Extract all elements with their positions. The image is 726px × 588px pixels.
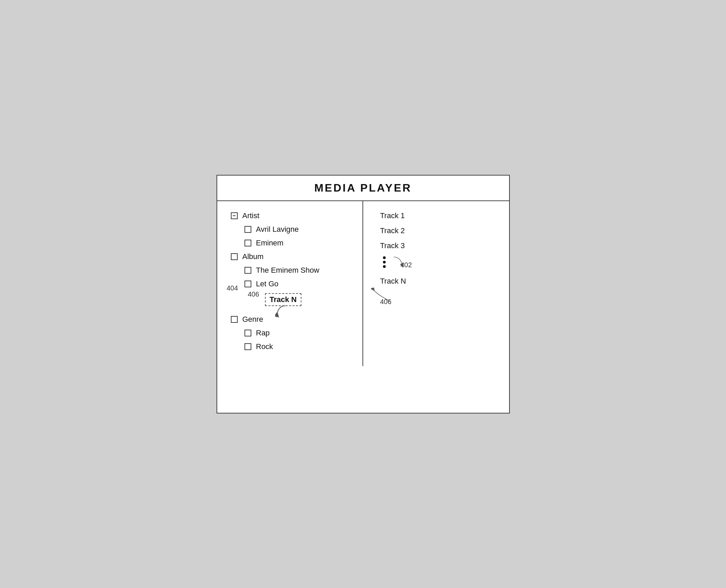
annotation-404: 404 bbox=[227, 284, 238, 292]
eminem-checkbox[interactable] bbox=[245, 240, 251, 246]
left-panel: Artist Avril Lavigne Eminem Album The Em… bbox=[217, 201, 363, 366]
list-item[interactable]: Rap bbox=[245, 329, 352, 337]
album-checkbox[interactable] bbox=[231, 253, 238, 260]
genre-checkbox[interactable] bbox=[231, 316, 238, 323]
list-item[interactable]: The Eminem Show bbox=[245, 266, 352, 275]
right-panel: Track 1 Track 2 Track 3 402 bbox=[363, 201, 509, 366]
media-player-window: MEDIA PLAYER Artist Avril Lavigne Eminem bbox=[217, 175, 510, 413]
artist-checkbox[interactable] bbox=[231, 212, 238, 219]
track-3[interactable]: Track 3 bbox=[380, 241, 499, 250]
rock-label: Rock bbox=[256, 342, 273, 351]
album-label: Album bbox=[242, 252, 264, 261]
avril-checkbox[interactable] bbox=[245, 226, 251, 233]
list-item[interactable]: Rock bbox=[245, 342, 352, 351]
rap-label: Rap bbox=[256, 329, 270, 337]
annotation-402-arrow bbox=[380, 254, 408, 271]
eminem-show-label: The Eminem Show bbox=[256, 266, 320, 275]
artist-label: Artist bbox=[242, 211, 260, 220]
track-1[interactable]: Track 1 bbox=[380, 211, 499, 220]
list-item[interactable]: Eminem bbox=[245, 239, 352, 247]
eminem-label: Eminem bbox=[256, 239, 284, 247]
annotation-406-arrow bbox=[370, 288, 397, 305]
rock-checkbox[interactable] bbox=[245, 343, 251, 350]
track-n-left-label: Track N bbox=[270, 295, 297, 304]
track-n-right-label: Track N bbox=[380, 277, 406, 285]
eminem-show-checkbox[interactable] bbox=[245, 267, 251, 274]
list-item[interactable]: Artist bbox=[231, 211, 352, 220]
track-2[interactable]: Track 2 bbox=[380, 226, 499, 235]
list-item[interactable]: Genre bbox=[231, 315, 352, 324]
track-n-right[interactable]: Track N bbox=[380, 277, 406, 286]
genre-label: Genre bbox=[242, 315, 263, 324]
letgo-checkbox[interactable] bbox=[245, 281, 251, 287]
list-item[interactable]: Album bbox=[231, 252, 352, 261]
title-bar: MEDIA PLAYER bbox=[217, 176, 509, 201]
list-item[interactable]: Avril Lavigne bbox=[245, 225, 352, 234]
annotation-406-left: 406 bbox=[248, 290, 259, 298]
app-title: MEDIA PLAYER bbox=[224, 182, 502, 194]
avril-label: Avril Lavigne bbox=[256, 225, 299, 234]
list-item[interactable]: Let Go bbox=[245, 280, 279, 288]
drag-arrow-icon bbox=[275, 304, 289, 318]
content-area: Artist Avril Lavigne Eminem Album The Em… bbox=[217, 201, 509, 366]
rap-checkbox[interactable] bbox=[245, 330, 251, 336]
letgo-label: Let Go bbox=[256, 280, 279, 288]
